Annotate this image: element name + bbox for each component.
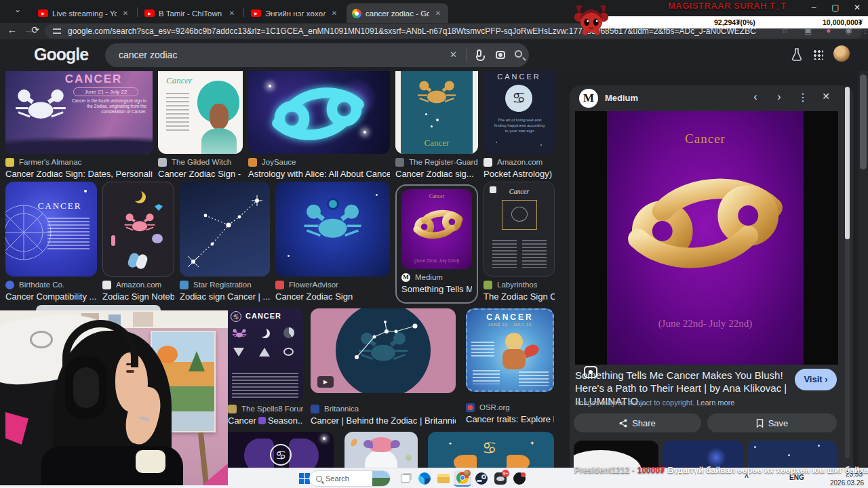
previous-image-button[interactable]: ‹ bbox=[747, 91, 764, 103]
result-attribution[interactable]: Britannica bbox=[311, 404, 456, 413]
save-button[interactable]: Save bbox=[707, 413, 837, 432]
result-thumbnail[interactable]: Cancer bbox=[395, 71, 478, 154]
search-box[interactable]: cancer zodiac ✕ bbox=[105, 43, 529, 67]
image-result-card[interactable]: ♋ bbox=[228, 432, 334, 468]
result-title[interactable]: Zodiac sign Cancer | ... bbox=[180, 291, 270, 302]
result-thumbnail[interactable]: Cancer bbox=[158, 71, 243, 154]
result-thumbnail[interactable] bbox=[344, 432, 418, 468]
result-attribution[interactable]: OSR.org bbox=[466, 403, 554, 412]
image-result-card[interactable]: Amazon.com Zodiac Sign Noteb... bbox=[102, 182, 174, 302]
result-thumbnail[interactable]: ▶ bbox=[311, 308, 456, 393]
result-thumbnail[interactable]: ♋ CANCER bbox=[228, 308, 303, 401]
back-button[interactable]: ← bbox=[5, 24, 19, 35]
result-thumbnail[interactable]: CANCER JUNE 21 - JULY 22 bbox=[466, 308, 554, 392]
site-info-icon[interactable] bbox=[53, 28, 61, 34]
tab-search-chevron-icon[interactable]: ⌄ bbox=[11, 5, 24, 18]
result-title[interactable]: Cancer Zodiac sig... bbox=[395, 169, 478, 179]
related-thumbnail[interactable] bbox=[747, 441, 837, 468]
result-title[interactable]: Cancer Zodiac Sign bbox=[275, 291, 390, 302]
result-title[interactable]: Astrology with Alice: All About Cancer .… bbox=[248, 169, 390, 179]
result-title[interactable]: Cancer Zodiac Sign: Dates, Personality .… bbox=[5, 169, 153, 179]
result-thumbnail[interactable]: ♋ bbox=[228, 432, 334, 468]
image-result-card[interactable]: Cancer Labyrinthos The Zodiac Sign C... bbox=[484, 182, 555, 302]
next-image-button[interactable]: › bbox=[771, 91, 787, 103]
selected-image-result-card[interactable]: Cancer (June 22nd- July 22nd) MMedium So… bbox=[395, 184, 478, 304]
tab-close-icon[interactable]: ✕ bbox=[433, 9, 443, 18]
recorder-app-icon[interactable] bbox=[511, 470, 528, 487]
tab-close-icon[interactable]: ✕ bbox=[121, 9, 130, 18]
result-thumbnail-selected[interactable]: Cancer (June 22nd- July 22nd) bbox=[401, 189, 472, 269]
result-thumbnail[interactable] bbox=[248, 71, 390, 154]
tab-live-streaming[interactable]: ▶ Live streaming - YouTube Studi ✕ bbox=[33, 3, 136, 23]
result-title[interactable]: Cancer traits: Explore F... bbox=[466, 414, 554, 424]
result-thumbnail[interactable]: CANCER June 21 – July 22 Cancer is the f… bbox=[5, 71, 153, 154]
related-thumbnail[interactable] bbox=[663, 441, 743, 468]
result-thumbnail[interactable]: CANCER bbox=[5, 182, 97, 277]
task-view-button[interactable] bbox=[397, 470, 414, 487]
related-thumbnail[interactable] bbox=[574, 441, 658, 468]
result-title[interactable]: Cancer Compatibility ... bbox=[5, 291, 97, 302]
image-result-card[interactable]: Cancer The Gilded Witch Cancer Zodiac Si… bbox=[158, 71, 243, 179]
google-apps-icon[interactable] bbox=[812, 49, 823, 60]
image-result-card[interactable]: CANCER June 21 – July 22 Cancer is the f… bbox=[5, 71, 153, 179]
result-thumbnail[interactable] bbox=[102, 182, 174, 277]
image-result-card[interactable]: Star Registration Zodiac sign Cancer | .… bbox=[180, 182, 270, 302]
result-thumbnail[interactable]: CANCER ♋ The art of living well and find… bbox=[484, 71, 555, 154]
image-result-card[interactable] bbox=[344, 432, 418, 468]
result-attribution[interactable]: The Spells8 Forum bbox=[228, 404, 303, 413]
result-attribution[interactable]: Farmer's Almanac bbox=[5, 157, 153, 167]
image-result-card[interactable]: CANCER Birthdate Co. Cancer Compatibilit… bbox=[5, 182, 97, 302]
image-result-card[interactable]: CANCER JUNE 21 - JULY 22 OSR.org Cancer … bbox=[466, 308, 554, 424]
file-explorer-icon[interactable] bbox=[435, 470, 452, 487]
search-icon[interactable] bbox=[515, 50, 522, 58]
image-result-card[interactable]: ▶ Britannica Cancer | Behind the Zodiac … bbox=[311, 308, 456, 426]
steam-app-icon[interactable] bbox=[473, 470, 490, 487]
result-title[interactable]: Something Tells M... bbox=[401, 284, 472, 294]
result-attribution[interactable]: JoySauce bbox=[248, 157, 390, 167]
chrome-app-icon-active[interactable] bbox=[454, 470, 471, 487]
discord-app-icon[interactable]: 9+ bbox=[492, 470, 509, 487]
reload-button[interactable]: ⟳ bbox=[28, 24, 42, 35]
tab-btamir[interactable]: ▶ B Tamir - ChiTown (Official Aud ✕ bbox=[139, 3, 242, 23]
account-avatar[interactable] bbox=[833, 45, 850, 62]
image-result-card[interactable]: ♋ ✦ ✦ bbox=[428, 432, 554, 468]
taskbar-search-box[interactable]: Search bbox=[309, 470, 391, 487]
result-attribution[interactable]: Labyrinthos bbox=[484, 280, 555, 289]
result-attribution[interactable]: Birthdate Co. bbox=[5, 280, 97, 289]
image-result-card[interactable]: ♋ CANCER The Spells8 Forum CancerSeason.… bbox=[228, 308, 303, 426]
result-title[interactable]: CancerSeason... bbox=[228, 415, 303, 426]
page-scrollbar-thumb[interactable] bbox=[860, 75, 867, 169]
google-logo[interactable]: Google bbox=[34, 45, 88, 64]
result-title[interactable]: Cancer Zodiac Sign - T... bbox=[158, 169, 243, 179]
image-result-card[interactable]: CANCER ♋ The art of living well and find… bbox=[484, 71, 555, 179]
result-attribution[interactable]: Star Registration bbox=[180, 280, 270, 289]
result-thumbnail[interactable] bbox=[180, 182, 270, 277]
result-attribution[interactable]: The Register-Guard bbox=[395, 157, 478, 167]
result-attribution[interactable]: FlowerAdvisor bbox=[275, 280, 390, 289]
labs-flask-icon[interactable] bbox=[791, 47, 803, 61]
result-title[interactable]: Pocket Astrology) -... bbox=[484, 169, 555, 179]
lens-search-icon[interactable] bbox=[496, 51, 505, 59]
close-panel-icon[interactable]: ✕ bbox=[818, 91, 834, 102]
edge-app-icon[interactable] bbox=[416, 470, 433, 487]
tab-cancer-zodiac-active[interactable]: cancer zodiac - Google Search ✕ bbox=[347, 3, 448, 23]
result-thumbnail[interactable]: Cancer bbox=[484, 182, 555, 277]
more-options-icon[interactable]: ⋮ bbox=[795, 91, 811, 104]
video-play-badge[interactable]: ▶ bbox=[317, 376, 334, 388]
tab-engiin[interactable]: ▶ Энгийн нэг хөхөлт биш ??? ✕ bbox=[245, 3, 344, 23]
result-thumbnail[interactable]: ♋ ✦ ✦ bbox=[428, 432, 554, 468]
learn-more-link[interactable]: Learn more bbox=[696, 399, 734, 407]
clear-search-icon[interactable]: ✕ bbox=[450, 49, 457, 60]
result-attribution[interactable]: Amazon.com bbox=[102, 280, 174, 289]
result-attribution[interactable]: MMedium bbox=[401, 272, 472, 282]
share-button[interactable]: Share bbox=[574, 413, 701, 432]
panel-scrollbar-thumb[interactable] bbox=[845, 87, 850, 239]
tab-close-icon[interactable]: ✕ bbox=[227, 9, 237, 18]
voice-search-icon[interactable] bbox=[477, 49, 481, 57]
tab-close-icon[interactable]: ✕ bbox=[330, 9, 339, 18]
result-title[interactable]: Zodiac Sign Noteb... bbox=[102, 291, 174, 302]
image-result-card[interactable]: JoySauce Astrology with Alice: All About… bbox=[248, 71, 390, 179]
result-attribution[interactable]: Amazon.com bbox=[484, 157, 555, 167]
result-title[interactable]: Cancer | Behind the Zodiac | Britannica bbox=[311, 415, 456, 426]
image-result-card[interactable]: Cancer The Register-Guard Cancer Zodiac … bbox=[395, 71, 478, 179]
